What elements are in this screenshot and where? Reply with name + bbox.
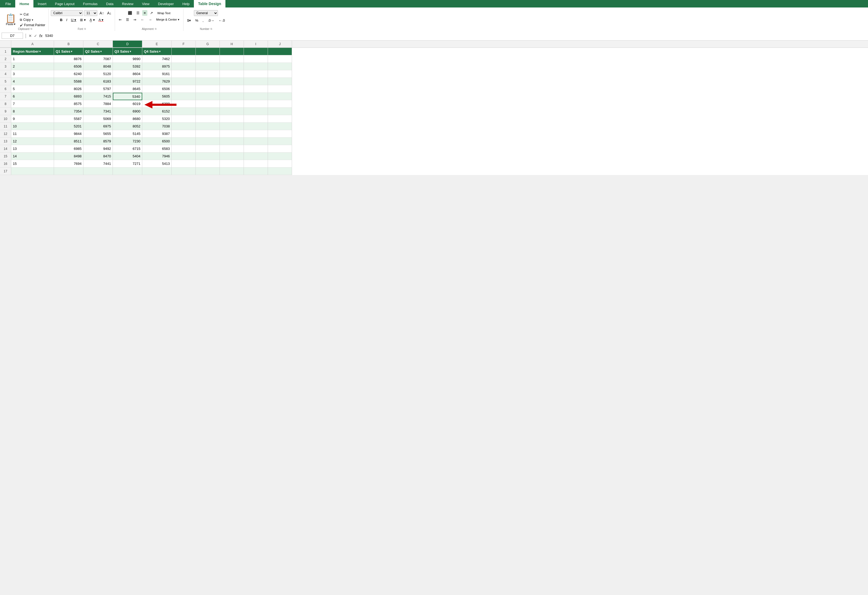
- format-painter-button[interactable]: 🖌 Format Painter: [19, 23, 46, 28]
- row-num-6[interactable]: 6: [0, 85, 11, 93]
- cell-F5[interactable]: [172, 78, 196, 85]
- cell-A10[interactable]: 9: [11, 115, 54, 123]
- col-header-A[interactable]: A: [11, 41, 54, 47]
- cell-H7[interactable]: [220, 93, 244, 100]
- cell-I2[interactable]: [244, 55, 268, 63]
- cell-E13[interactable]: 6500: [142, 138, 172, 145]
- cell-D2[interactable]: 9890: [113, 55, 142, 63]
- row-num-8[interactable]: 8: [0, 100, 11, 108]
- cell-J10[interactable]: [268, 115, 292, 123]
- col-header-D[interactable]: D: [113, 41, 142, 47]
- cell-C2[interactable]: 7087: [83, 55, 113, 63]
- cell-H10[interactable]: [220, 115, 244, 123]
- increase-indent-button[interactable]: →: [147, 17, 154, 22]
- cell-H13[interactable]: [220, 138, 244, 145]
- row-num-3[interactable]: 3: [0, 63, 11, 70]
- cell-C15[interactable]: 8470: [83, 153, 113, 160]
- cell-E16[interactable]: 5413: [142, 160, 172, 168]
- cell-B8[interactable]: 8575: [54, 100, 83, 108]
- cell-I7[interactable]: [244, 93, 268, 100]
- bold-button[interactable]: B: [58, 17, 64, 23]
- alignment-expand-icon[interactable]: ⧉: [155, 28, 156, 31]
- cell-C12[interactable]: 5655: [83, 130, 113, 138]
- cell-D15[interactable]: 5404: [113, 153, 142, 160]
- cell-I12[interactable]: [244, 130, 268, 138]
- tab-file[interactable]: File: [1, 0, 15, 7]
- cell-A13[interactable]: 12: [11, 138, 54, 145]
- cell-F15[interactable]: [172, 153, 196, 160]
- cell-A6[interactable]: 5: [11, 85, 54, 93]
- formula-input[interactable]: [44, 33, 867, 38]
- cell-I6[interactable]: [244, 85, 268, 93]
- row-num-10[interactable]: 10: [0, 115, 11, 123]
- cell-F7[interactable]: [172, 93, 196, 100]
- cell-C16[interactable]: 7441: [83, 160, 113, 168]
- cell-I16[interactable]: [244, 160, 268, 168]
- cell-F13[interactable]: [172, 138, 196, 145]
- italic-button[interactable]: I: [65, 17, 69, 23]
- col-header-H[interactable]: H: [220, 41, 244, 47]
- col-header-G[interactable]: G: [196, 41, 220, 47]
- comma-button[interactable]: ,: [201, 18, 205, 23]
- cell-F16[interactable]: [172, 160, 196, 168]
- confirm-formula-icon[interactable]: ✓: [34, 34, 37, 38]
- cell-B2[interactable]: 8876: [54, 55, 83, 63]
- cell-D10[interactable]: 8680: [113, 115, 142, 123]
- cell-H6[interactable]: [220, 85, 244, 93]
- font-shrink-button[interactable]: A↓: [106, 10, 112, 16]
- row-num-7[interactable]: 7: [0, 93, 11, 100]
- cell-D14[interactable]: 6715: [113, 145, 142, 153]
- cell-C17[interactable]: [83, 168, 113, 175]
- cell-B14[interactable]: 6985: [54, 145, 83, 153]
- cell-E1[interactable]: Q4 Sales ▾: [142, 48, 172, 55]
- cell-D3[interactable]: 5392: [113, 63, 142, 70]
- cell-A17[interactable]: [11, 168, 54, 175]
- cell-F9[interactable]: [172, 108, 196, 115]
- cell-C13[interactable]: 8579: [83, 138, 113, 145]
- cell-D7[interactable]: 5340: [113, 93, 142, 100]
- cell-E6[interactable]: 6506: [142, 85, 172, 93]
- cell-J3[interactable]: [268, 63, 292, 70]
- cell-H12[interactable]: [220, 130, 244, 138]
- align-bottom-button[interactable]: ≡: [142, 10, 148, 16]
- cell-A14[interactable]: 13: [11, 145, 54, 153]
- cell-G9[interactable]: [196, 108, 220, 115]
- cell-J13[interactable]: [268, 138, 292, 145]
- cell-C1[interactable]: Q2 Sales ▾: [83, 48, 113, 55]
- cell-J5[interactable]: [268, 78, 292, 85]
- cell-J11[interactable]: [268, 123, 292, 130]
- cell-J4[interactable]: [268, 70, 292, 78]
- cell-E3[interactable]: 8975: [142, 63, 172, 70]
- cell-G16[interactable]: [196, 160, 220, 168]
- cell-H8[interactable]: [220, 100, 244, 108]
- cell-H15[interactable]: [220, 153, 244, 160]
- cell-D13[interactable]: 7230: [113, 138, 142, 145]
- cell-D12[interactable]: 5145: [113, 130, 142, 138]
- cell-C10[interactable]: 5069: [83, 115, 113, 123]
- cell-I14[interactable]: [244, 145, 268, 153]
- cell-D9[interactable]: 6900: [113, 108, 142, 115]
- row-num-4[interactable]: 4: [0, 70, 11, 78]
- cell-E5[interactable]: 7629: [142, 78, 172, 85]
- row-num-1[interactable]: 1: [0, 48, 11, 55]
- cell-J15[interactable]: [268, 153, 292, 160]
- align-left-button[interactable]: ⇐: [117, 17, 123, 22]
- col-header-F[interactable]: F: [172, 41, 196, 47]
- cell-J9[interactable]: [268, 108, 292, 115]
- cell-A11[interactable]: 10: [11, 123, 54, 130]
- cell-F12[interactable]: [172, 130, 196, 138]
- cell-C3[interactable]: 8048: [83, 63, 113, 70]
- cell-C5[interactable]: 6183: [83, 78, 113, 85]
- cell-E15[interactable]: 7946: [142, 153, 172, 160]
- tab-page-layout[interactable]: Page Layout: [51, 0, 79, 7]
- cell-A5[interactable]: 4: [11, 78, 54, 85]
- number-expand-icon[interactable]: ⧉: [210, 28, 212, 31]
- decrease-decimal-button[interactable]: .0→: [206, 18, 216, 23]
- cell-H14[interactable]: [220, 145, 244, 153]
- copy-dropdown-arrow[interactable]: ▾: [32, 18, 33, 21]
- tab-home[interactable]: Home: [15, 0, 33, 7]
- align-middle-button[interactable]: ☰: [135, 10, 141, 16]
- cell-D16[interactable]: 7271: [113, 160, 142, 168]
- fill-color-button[interactable]: A̲ ▾: [88, 17, 96, 23]
- cell-F10[interactable]: [172, 115, 196, 123]
